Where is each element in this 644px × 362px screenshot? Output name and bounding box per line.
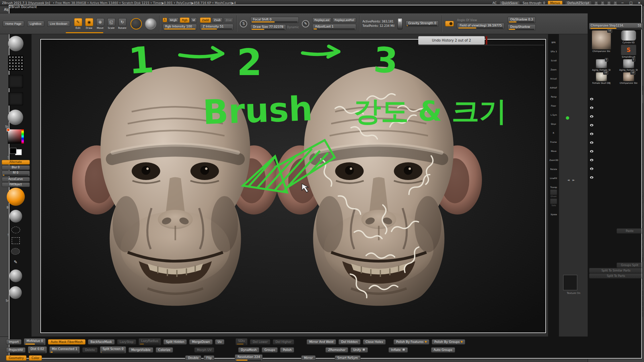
auto-mask-fibermesh-button[interactable]: Auto Mask FiberMesh bbox=[48, 339, 85, 345]
tool-icon[interactable] bbox=[594, 1, 598, 5]
see-through-slider[interactable]: See-through: 0 bbox=[523, 1, 545, 5]
current-brush-widget[interactable] bbox=[130, 18, 142, 29]
zsub-button[interactable]: Zsub bbox=[212, 17, 223, 23]
visibility-eye-icon[interactable] bbox=[590, 159, 593, 161]
geometry-button[interactable]: Geometry bbox=[6, 355, 26, 361]
leftbar-item-accucurve[interactable]: AccuCurve bbox=[2, 177, 30, 182]
tool-thumb-female-skull-obj-5[interactable]: 10Female Skull OBJ bbox=[589, 72, 614, 84]
deep-shadow-slider[interactable]: DeepShadow bbox=[507, 24, 536, 31]
paste-button[interactable]: Paste bbox=[616, 228, 643, 234]
panel-splitter-icon[interactable]: ◄ ► bbox=[567, 178, 576, 182]
replay-brush-icon[interactable]: ✎ bbox=[302, 20, 309, 27]
leftbar-item-blur-0[interactable]: Blur 0 bbox=[2, 165, 30, 170]
mirror-button[interactable]: Mirror bbox=[301, 355, 316, 361]
live-boolean-button[interactable]: Live Boolean bbox=[47, 21, 70, 27]
leftbar-rf-0-button[interactable]: Rf 0 bbox=[2, 171, 30, 176]
close-holes-button[interactable]: Close Holes bbox=[363, 339, 386, 345]
delete-button[interactable]: Delete bbox=[82, 347, 98, 353]
mode-scale-button[interactable]: ◱Scale bbox=[106, 18, 116, 29]
auto-groups-button[interactable]: Auto Groups bbox=[431, 347, 455, 353]
camera-icon[interactable] bbox=[445, 21, 454, 26]
groups-button[interactable]: Groups bbox=[262, 347, 278, 353]
sdiv-button[interactable]: SDiv bbox=[235, 338, 248, 345]
mergevisible-button[interactable]: MergeVisible bbox=[128, 347, 153, 353]
leftbar-item-rf-0[interactable]: Rf 0 bbox=[2, 171, 30, 176]
uv-button[interactable]: Uv bbox=[215, 339, 224, 345]
resolution-224-button[interactable]: Resolution 224 bbox=[235, 354, 263, 361]
visibility-eye-icon[interactable] bbox=[590, 150, 593, 153]
visibility-eye-icon[interactable] bbox=[590, 98, 593, 100]
gravity-direction-widget[interactable] bbox=[397, 18, 402, 29]
brush-icon[interactable] bbox=[601, 1, 604, 5]
focal-shift-slider[interactable]: Focal Shift 0 bbox=[250, 17, 299, 23]
visibility-eye-icon[interactable] bbox=[590, 141, 593, 144]
m-button[interactable]: M bbox=[191, 17, 197, 23]
dist-0-02-button[interactable]: Dist 0.02 bbox=[28, 346, 47, 353]
split-to-similar-parts-button[interactable]: Split To Similar Parts bbox=[589, 268, 643, 273]
zremesher-button[interactable]: ZRemesher bbox=[325, 347, 348, 353]
mode-move-button[interactable]: ⊕Move bbox=[95, 18, 105, 29]
polish-button[interactable]: Polish bbox=[280, 347, 294, 353]
canvas-area[interactable]: 1 2 3 Brush 강도 & 크기 bbox=[32, 34, 548, 337]
flip-button[interactable]: Flip bbox=[204, 355, 214, 361]
polish-by-groups-button[interactable]: Polish By Groups bbox=[432, 339, 465, 345]
stroke-curve-icon[interactable]: S bbox=[240, 20, 247, 27]
visibility-eye-icon[interactable] bbox=[590, 124, 593, 126]
colorize-button[interactable]: Colorize bbox=[156, 347, 173, 353]
midvalue-0-button[interactable]: MidValue 0 bbox=[24, 338, 46, 345]
field-of-view-slider[interactable]: Field of view(deg) 39.59775 bbox=[457, 23, 504, 29]
leftbar-blur-0-button[interactable]: Blur 0 bbox=[2, 165, 30, 170]
lazyradius-button[interactable]: LazyRadius bbox=[139, 338, 161, 345]
current-tool-slider[interactable]: Chimpanzee Step1234. 51 bbox=[589, 23, 643, 29]
texture-on-label[interactable]: Texture On bbox=[559, 292, 588, 295]
mode-draw-button[interactable]: ◉Draw bbox=[84, 18, 94, 29]
right-shelf-ghost-button[interactable]: Ghost bbox=[549, 189, 559, 198]
inflate-button[interactable]: Inflate bbox=[388, 347, 408, 353]
rgb-intensity-slider[interactable]: Rgb Intensity 100 bbox=[163, 24, 197, 30]
leftbar-accucurve-button[interactable]: AccuCurve bbox=[2, 177, 30, 182]
undo-history-bar[interactable]: Undo History 2 out of 2 bbox=[418, 36, 485, 45]
rgb-button[interactable]: Rgb bbox=[180, 17, 190, 23]
tool-thumb-aging-female-st-4[interactable]: 2Aging_Female_St bbox=[614, 59, 643, 71]
mergedown-button[interactable]: MergeDown bbox=[189, 339, 213, 345]
leftbar-fillobject-button[interactable]: FillObject bbox=[2, 182, 30, 187]
leftbar-item-fillobject[interactable]: FillObject bbox=[2, 182, 30, 187]
polish-by-features-button[interactable]: Polish By Features bbox=[393, 339, 429, 345]
zadd-button[interactable]: Zadd bbox=[200, 17, 211, 23]
document-viewport[interactable] bbox=[40, 39, 546, 333]
hue-strip[interactable] bbox=[21, 129, 24, 143]
palette-icon[interactable] bbox=[607, 1, 611, 5]
leftbar-item-alternate[interactable]: Alternate bbox=[2, 160, 30, 165]
current-stroke-widget[interactable] bbox=[145, 18, 156, 29]
visibility-eye-icon[interactable] bbox=[590, 107, 593, 109]
morph-uv-button[interactable]: Morph UV bbox=[194, 347, 214, 353]
visibility-eye-icon[interactable] bbox=[590, 115, 593, 118]
replay-last-rel-button[interactable]: ReplayLastRel bbox=[332, 17, 356, 23]
gravity-strength-slider[interactable]: Gravity Strength 0 bbox=[406, 20, 439, 27]
primary-color-swatch[interactable] bbox=[10, 148, 16, 154]
undo-history-marker[interactable] bbox=[486, 36, 487, 45]
del-higher-button[interactable]: Del Higher bbox=[273, 339, 294, 345]
auto-badge[interactable]: A bbox=[163, 18, 167, 22]
zcut-button[interactable]: Zcut bbox=[224, 17, 234, 23]
tool-thumb-cylinder3d-1[interactable]: Cylinder3D bbox=[614, 30, 643, 44]
tool-thumb-aging-female-st-3[interactable]: 2Aging_Female_St bbox=[589, 59, 614, 71]
import-button[interactable]: Import bbox=[6, 339, 21, 345]
smart-resym-button[interactable]: Smart ReSym bbox=[335, 355, 361, 361]
mirror-and-weld-button[interactable]: Mirror And Weld bbox=[307, 339, 336, 345]
double-button[interactable]: Double bbox=[185, 355, 201, 361]
mrgb-button[interactable]: Mrgb bbox=[168, 17, 179, 23]
min-connected-1-button[interactable]: Min Connected 1 bbox=[49, 346, 80, 353]
right-shelf-solo-button[interactable]: Solo bbox=[549, 198, 559, 207]
config-icon[interactable] bbox=[613, 1, 617, 5]
replay-last-button[interactable]: ReplayLast bbox=[312, 17, 331, 23]
obj-shadow-slider[interactable]: ObjShadow 0.3 bbox=[507, 17, 536, 23]
split-to-parts-button[interactable]: Split To Parts bbox=[589, 273, 643, 279]
lightbox-button[interactable]: LightBox bbox=[27, 21, 44, 27]
unify-button[interactable]: Unify bbox=[351, 347, 368, 353]
mode-edit-button[interactable]: ✎Edit bbox=[73, 18, 83, 29]
groups-split-button[interactable]: Groups Split bbox=[616, 262, 643, 268]
visibility-eye-icon[interactable] bbox=[590, 176, 593, 179]
split-screen-0-button[interactable]: Split Screen 0 bbox=[100, 346, 126, 353]
dynamic-toggle[interactable]: Dynamic bbox=[287, 26, 299, 29]
